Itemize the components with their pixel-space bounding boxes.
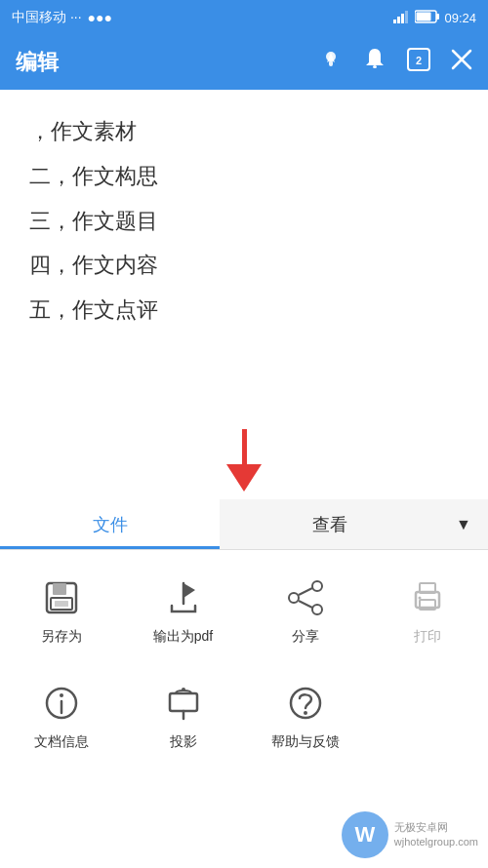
carrier-text: 中国移动 ··· — [12, 9, 82, 26]
save-as-label: 另存为 — [41, 628, 82, 646]
svg-point-21 — [312, 581, 322, 591]
menu-grid: 另存为 输出为pdf 分享 — [0, 550, 488, 770]
svg-rect-16 — [53, 583, 66, 595]
svg-rect-10 — [373, 65, 377, 68]
item-text: 四，作文内容 — [29, 253, 158, 277]
svg-line-24 — [299, 588, 312, 595]
status-bar: 中国移动 ··· ●●● 09:24 — [0, 0, 488, 35]
svg-text:2: 2 — [416, 55, 422, 66]
down-arrow-icon — [226, 429, 262, 492]
help-icon — [283, 681, 328, 726]
tab-file-label: 文件 — [93, 513, 128, 536]
svg-rect-9 — [329, 60, 333, 66]
share-label: 分享 — [292, 628, 319, 646]
svg-point-32 — [60, 693, 63, 697]
svg-point-35 — [182, 688, 185, 691]
list-item: ，作文素材 — [29, 109, 459, 154]
print-label: 打印 — [414, 628, 441, 646]
export-pdf-label: 输出为pdf — [153, 628, 213, 646]
list-item: 五，作文点评 — [29, 288, 459, 333]
projection-button[interactable]: 投影 — [122, 665, 244, 761]
svg-point-22 — [312, 605, 322, 614]
list-item: 四，作文内容 — [29, 243, 459, 288]
svg-point-23 — [289, 593, 299, 603]
save-as-icon — [39, 575, 84, 620]
svg-marker-19 — [183, 583, 195, 598]
doc-info-button[interactable]: 文档信息 — [0, 665, 122, 761]
watermark-logo: W — [342, 811, 388, 858]
tab-bar: 文件 查看 ▼ — [0, 499, 488, 550]
signal-icon: ●●● — [88, 10, 112, 25]
tab-dropdown-button[interactable]: ▼ — [439, 499, 488, 549]
share-icon — [283, 575, 328, 620]
svg-rect-5 — [436, 14, 439, 20]
help-button[interactable]: 帮助与反馈 — [244, 665, 366, 761]
export-pdf-button[interactable]: 输出为pdf — [122, 560, 244, 655]
item-text: 五，作文点评 — [29, 297, 158, 322]
help-label: 帮助与反馈 — [271, 733, 340, 751]
list-item: 二，作文构思 — [29, 154, 459, 199]
grid-icon[interactable]: 2 — [406, 47, 431, 78]
list-item: 三，作文题目 — [29, 199, 459, 244]
svg-rect-2 — [401, 14, 404, 23]
status-left: 中国移动 ··· ●●● — [12, 9, 112, 26]
scroll-arrow-area — [0, 421, 488, 499]
svg-rect-3 — [405, 11, 408, 23]
item-text: ，作文素材 — [29, 119, 137, 143]
share-button[interactable]: 分享 — [244, 560, 366, 655]
time-text: 09:24 — [444, 11, 476, 25]
doc-info-label: 文档信息 — [34, 733, 89, 751]
svg-rect-18 — [55, 601, 68, 607]
tab-view[interactable]: 查看 — [220, 499, 439, 549]
chevron-down-icon: ▼ — [456, 516, 471, 533]
document-content: ，作文素材 二，作文构思 三，作文题目 四，作文内容 五，作文点评 — [0, 90, 488, 421]
svg-rect-0 — [393, 20, 396, 23]
close-icon[interactable] — [451, 49, 472, 76]
bell-icon[interactable] — [363, 47, 386, 78]
svg-rect-6 — [417, 12, 431, 20]
tab-view-label: 查看 — [312, 513, 347, 536]
status-right: 09:24 — [393, 10, 476, 26]
nav-bar: 编辑 2 — [0, 35, 488, 90]
nav-icons: 2 — [318, 47, 472, 78]
svg-point-29 — [418, 597, 421, 600]
tool-icon[interactable] — [318, 47, 344, 78]
svg-rect-1 — [397, 17, 400, 23]
signal-bars — [393, 10, 411, 26]
item-text: 二，作文构思 — [29, 164, 158, 188]
export-pdf-icon — [161, 575, 206, 620]
svg-line-25 — [299, 601, 312, 608]
projection-icon — [161, 681, 206, 726]
item-text: 三，作文题目 — [29, 209, 158, 233]
watermark-text-block: 无极安卓网 wjhotelgroup.com — [394, 820, 478, 850]
battery-icon — [415, 10, 440, 26]
content-list: ，作文素材 二，作文构思 三，作文题目 四，作文内容 五，作文点评 — [29, 109, 459, 333]
print-icon — [405, 575, 450, 620]
tab-file[interactable]: 文件 — [0, 499, 220, 549]
doc-info-icon — [39, 681, 84, 726]
watermark-url: wjhotelgroup.com — [394, 835, 478, 849]
nav-title: 编辑 — [16, 48, 59, 77]
svg-rect-33 — [170, 693, 197, 711]
projection-label: 投影 — [170, 733, 197, 751]
svg-point-37 — [304, 711, 307, 715]
save-as-button[interactable]: 另存为 — [0, 560, 122, 655]
watermark-site: 无极安卓网 — [394, 820, 478, 835]
print-button[interactable]: 打印 — [366, 560, 488, 655]
watermark: W 无极安卓网 wjhotelgroup.com — [342, 811, 478, 858]
